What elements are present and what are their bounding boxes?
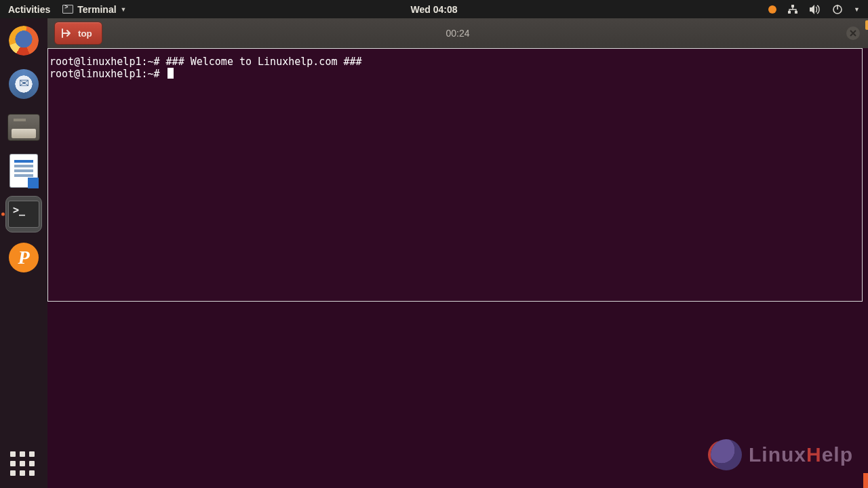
dock-terminal[interactable] — [5, 196, 42, 232]
ubuntu-dock: P — [0, 18, 47, 488]
dock-thunderbird[interactable] — [5, 66, 42, 102]
recorder-timer: 00:24 — [446, 28, 469, 39]
watermark-accent: H — [806, 443, 822, 466]
cursor-icon — [167, 68, 174, 79]
show-applications-button[interactable] — [10, 451, 37, 479]
activities-label: Activities — [8, 4, 50, 15]
terminal-output[interactable]: root@linuxhelp1:~# ### Welcome to Linuxh… — [48, 54, 862, 81]
running-indicator-icon — [1, 213, 5, 216]
app-menu[interactable]: Terminal ▼ — [58, 4, 130, 15]
chevron-down-icon: ▼ — [121, 6, 127, 13]
dock-firefox[interactable] — [5, 22, 42, 59]
dock-files[interactable] — [5, 109, 42, 146]
prompt-1: root@linuxhelp1:~# — [50, 56, 160, 68]
dock-psiphon[interactable]: P — [5, 239, 42, 276]
activities-button[interactable]: Activities — [0, 0, 58, 18]
watermark-text: LinuxHelp — [749, 443, 853, 466]
svg-rect-1 — [788, 11, 791, 14]
volume-icon[interactable] — [809, 4, 821, 15]
firefox-icon — [9, 26, 39, 56]
watermark-word-1: Linux — [749, 443, 806, 466]
chevron-down-icon[interactable]: ▼ — [854, 6, 860, 13]
power-icon[interactable] — [832, 4, 843, 15]
thunderbird-icon — [9, 69, 39, 99]
line-1-text: ### Welcome to Linuxhelp.com ### — [160, 56, 362, 68]
terminal-small-icon — [62, 5, 73, 14]
stop-arrow-icon — [62, 28, 74, 38]
notification-dot-icon[interactable] — [768, 5, 776, 14]
edge-accent-icon — [863, 473, 868, 488]
stop-recording-button[interactable]: top — [54, 22, 102, 45]
network-icon[interactable] — [787, 4, 798, 15]
watermark-globe-icon — [711, 439, 742, 470]
prompt-2: root@linuxhelp1:~# — [50, 68, 160, 80]
psiphon-icon: P — [9, 243, 39, 272]
dock-writer[interactable] — [5, 152, 42, 189]
watermark-word-2: elp — [822, 443, 853, 466]
close-icon — [850, 30, 856, 37]
linuxhelp-watermark: LinuxHelp — [711, 439, 853, 470]
system-status-area: ▼ — [768, 4, 868, 15]
terminal-icon — [8, 201, 39, 228]
writer-icon — [10, 155, 37, 187]
stop-label: top — [78, 28, 92, 39]
clock-label: Wed 04:08 — [411, 4, 458, 15]
gnome-top-panel: Activities Terminal ▼ Wed 04:08 ▼ — [0, 0, 868, 18]
svg-rect-0 — [791, 5, 794, 7]
screen-recorder-bar: top 00:24 — [47, 18, 868, 48]
edge-accent-top-icon — [865, 20, 868, 30]
recorder-timer-value: 00:24 — [446, 28, 469, 39]
terminal-window: root@linuxhelp1:~# ### Welcome to Linuxh… — [47, 48, 863, 302]
clock[interactable]: Wed 04:08 — [411, 4, 458, 15]
svg-rect-2 — [795, 11, 797, 14]
app-menu-label: Terminal — [77, 4, 116, 15]
recorder-close-button[interactable] — [846, 26, 860, 40]
terminal-menubar-fragment — [48, 49, 862, 54]
svg-rect-4 — [837, 5, 838, 9]
files-icon — [7, 114, 40, 141]
